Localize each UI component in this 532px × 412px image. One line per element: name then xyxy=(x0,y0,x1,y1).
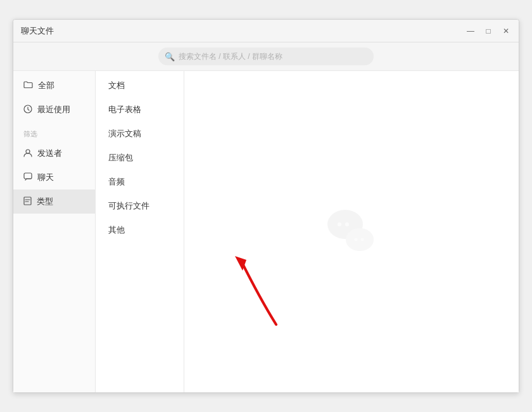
sidebar-label-sender: 发送者 xyxy=(37,148,62,159)
search-icon: 🔍 xyxy=(165,52,175,61)
svg-point-9 xyxy=(361,238,364,241)
doc-icon xyxy=(23,196,32,207)
svg-point-1 xyxy=(26,150,30,153)
main-panel xyxy=(184,71,519,392)
main-window: 聊天文件 — □ ✕ 🔍 搜索文件名 / 联系人 / 群聊名称 全部 xyxy=(13,19,519,393)
folder-icon xyxy=(23,80,33,91)
sidebar-item-type[interactable]: 类型 xyxy=(13,190,95,214)
sidebar-item-chat[interactable]: 聊天 xyxy=(13,165,95,190)
svg-rect-2 xyxy=(24,173,32,179)
middle-panel: 文档 电子表格 演示文稿 压缩包 音频 可执行文件 其他 xyxy=(96,71,184,392)
sidebar: 全部 最近使用 筛选 发送者 xyxy=(13,71,96,392)
window-controls: — □ ✕ xyxy=(466,27,511,35)
sidebar-label-type: 类型 xyxy=(37,196,53,207)
minimize-button[interactable]: — xyxy=(466,27,476,35)
annotation-arrow xyxy=(222,223,298,337)
sidebar-label-all: 全部 xyxy=(38,80,54,91)
search-placeholder: 搜索文件名 / 联系人 / 群聊名称 xyxy=(179,51,282,62)
search-bar: 🔍 搜索文件名 / 联系人 / 群聊名称 xyxy=(13,42,519,71)
sidebar-item-sender[interactable]: 发送者 xyxy=(13,141,95,165)
svg-point-8 xyxy=(355,238,358,241)
middle-item-executable[interactable]: 可执行文件 xyxy=(96,194,184,218)
middle-item-doc[interactable]: 文档 xyxy=(96,74,184,98)
sidebar-label-chat: 聊天 xyxy=(37,172,54,183)
person-icon xyxy=(23,148,32,159)
content-area: 全部 最近使用 筛选 发送者 xyxy=(13,71,519,392)
chat-icon xyxy=(23,172,32,183)
middle-item-other[interactable]: 其他 xyxy=(96,218,184,242)
sidebar-section-label: 筛选 xyxy=(13,122,95,141)
svg-marker-10 xyxy=(235,256,246,271)
sidebar-item-all[interactable]: 全部 xyxy=(13,74,95,98)
maximize-button[interactable]: □ xyxy=(483,27,493,35)
sidebar-item-recent[interactable]: 最近使用 xyxy=(13,98,95,122)
svg-point-7 xyxy=(346,228,374,251)
svg-rect-3 xyxy=(24,197,31,205)
wechat-logo xyxy=(323,207,380,257)
sidebar-label-recent: 最近使用 xyxy=(37,104,70,115)
window-title: 聊天文件 xyxy=(21,25,54,37)
title-bar: 聊天文件 — □ ✕ xyxy=(13,20,519,42)
middle-item-audio[interactable]: 音频 xyxy=(96,170,184,194)
middle-item-spreadsheet[interactable]: 电子表格 xyxy=(96,98,184,122)
clock-icon xyxy=(23,105,32,115)
search-input-wrap[interactable]: 🔍 搜索文件名 / 联系人 / 群聊名称 xyxy=(158,48,374,65)
svg-point-5 xyxy=(338,222,341,226)
middle-item-archive[interactable]: 压缩包 xyxy=(96,146,184,170)
close-button[interactable]: ✕ xyxy=(501,27,511,35)
svg-point-6 xyxy=(345,222,349,226)
middle-item-presentation[interactable]: 演示文稿 xyxy=(96,122,184,146)
